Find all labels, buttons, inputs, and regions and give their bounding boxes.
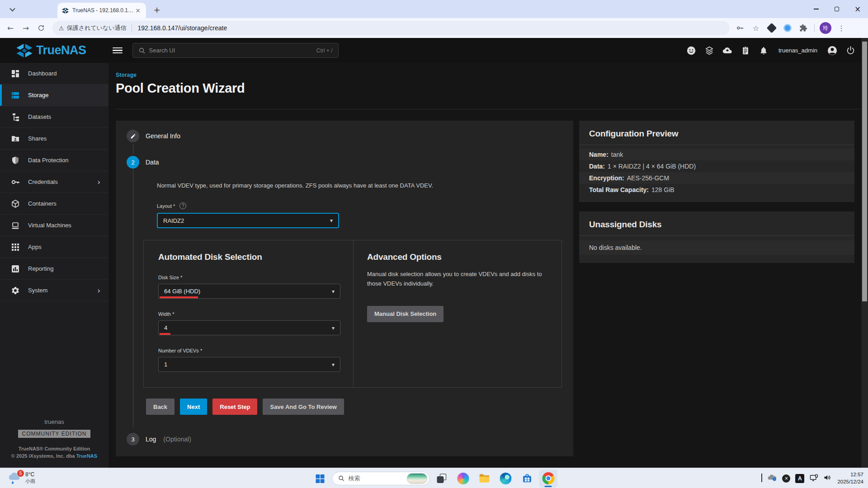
reload-icon (38, 24, 45, 32)
address-bar[interactable]: ⚠ 保護されていない通信 192.168.0.147/ui/storage/cr… (52, 21, 730, 35)
next-button[interactable]: Next (180, 399, 207, 415)
tab-search-button[interactable] (6, 3, 18, 15)
sidebar-item-apps[interactable]: Apps (0, 236, 108, 258)
width-select[interactable]: 4 ▾ (158, 320, 340, 335)
bookmark-star-button[interactable]: ☆ (750, 22, 762, 34)
edge-button[interactable] (497, 469, 515, 488)
store-icon (521, 473, 533, 484)
search-highlight-image[interactable] (407, 473, 428, 484)
account-button[interactable] (826, 45, 838, 56)
forward-button[interactable]: → (18, 20, 33, 36)
browser-profile-avatar[interactable]: 玲 (820, 22, 831, 34)
weather-widget[interactable]: 5 8°C 小雨 (5, 470, 38, 486)
password-key-button[interactable] (734, 22, 746, 34)
back-button[interactable]: ← (3, 20, 18, 36)
clock-time: 12:57 (837, 471, 863, 479)
feedback-smiley-button[interactable] (685, 45, 697, 56)
divider (132, 24, 132, 32)
sidebar-item-data-protection[interactable]: Data Protection (0, 150, 108, 171)
truecommand-button[interactable] (703, 45, 715, 56)
browser-tab[interactable]: TrueNAS - 192.168.0.147 × (57, 3, 146, 18)
truenas-connect-button[interactable] (722, 45, 733, 56)
network-button[interactable] (809, 474, 818, 483)
breadcrumb[interactable]: Storage (116, 72, 861, 78)
alerts-bell-button[interactable] (758, 45, 769, 56)
step-log[interactable]: 3 Log (Optional) (127, 433, 562, 446)
sidebar-item-reporting[interactable]: Reporting (0, 258, 108, 280)
chevron-down-icon: ▾ (332, 288, 335, 295)
search-input[interactable] (149, 47, 313, 54)
key-icon (736, 24, 744, 32)
sidebar-item-containers[interactable]: Containers (0, 193, 108, 215)
logged-in-user[interactable]: truenas_admin (778, 47, 817, 54)
manual-disk-selection-button[interactable]: Manual Disk Selection (367, 306, 443, 322)
onedrive-button[interactable]: i (767, 474, 777, 483)
chrome-button[interactable] (539, 469, 557, 488)
extensions-button[interactable] (797, 22, 809, 34)
bell-icon (759, 46, 768, 55)
extension-search-button[interactable] (782, 22, 793, 34)
sidebar-item-credentials[interactable]: Credentials › (0, 171, 108, 193)
sidenav-toggle-button[interactable] (113, 46, 124, 55)
product-line: TrueNAS® Community Edition (0, 446, 108, 451)
power-button[interactable] (844, 45, 856, 56)
sidebar-item-virtual-machines[interactable]: Virtual Machines (0, 215, 108, 236)
help-icon[interactable]: ? (179, 202, 186, 209)
browser-toolbar: ← → ⚠ 保護されていない通信 192.168.0.147/ui/storag… (0, 18, 868, 38)
content-row: General Info 2 Data Normal VDEV type, us… (116, 121, 861, 456)
sidebar-item-dashboard[interactable]: Dashboard (0, 63, 108, 84)
sidebar-item-system[interactable]: System › (0, 280, 108, 301)
task-view-button[interactable] (433, 469, 451, 488)
browser-menu-button[interactable]: ⋮ (835, 22, 847, 34)
truenas-logo[interactable]: TrueNAS (16, 43, 86, 57)
security-chip[interactable]: ⚠ 保護されていない通信 (59, 24, 126, 32)
sidebar-item-storage[interactable]: Storage (0, 84, 108, 106)
ime-indicator[interactable]: A (795, 474, 804, 483)
datasets-icon (11, 113, 20, 122)
reload-button[interactable] (33, 20, 49, 36)
tray-app-close-icon[interactable]: × (782, 474, 790, 483)
sidebar-item-shares[interactable]: Shares (0, 128, 108, 150)
tab-close-icon[interactable]: × (133, 7, 142, 14)
copyright-link[interactable]: TrueNAS (76, 453, 97, 459)
step-data[interactable]: 2 Data (127, 156, 562, 169)
sidebar: Dashboard Storage Datasets Shares Data P… (0, 63, 108, 468)
taskbar-search-box[interactable] (332, 472, 430, 485)
system-tray: i × A 12:57 2025/12/24 (761, 468, 863, 488)
jobs-button[interactable] (740, 45, 751, 56)
ui-search-box[interactable]: Ctrl + / (132, 43, 339, 58)
step-general-info[interactable]: General Info (127, 130, 562, 142)
tray-overflow-button[interactable] (761, 474, 762, 483)
vdevs-select[interactable]: 1 ▾ (158, 357, 340, 372)
disk-size-select[interactable]: 64 GiB (HDD) ▾ (158, 284, 340, 299)
volume-button[interactable] (823, 474, 832, 483)
sidebar-item-datasets[interactable]: Datasets (0, 106, 108, 128)
start-button[interactable] (311, 469, 329, 488)
disk-size-value: 64 GiB (HDD) (164, 288, 200, 295)
window-minimize-button[interactable] (806, 0, 826, 18)
taskbar-clock[interactable]: 12:57 2025/12/24 (837, 471, 863, 485)
edition-badge: COMMUNITY EDITION (18, 430, 91, 438)
window-maximize-button[interactable] (826, 0, 847, 18)
save-and-review-button[interactable]: Save And Go To Review (263, 399, 344, 415)
window-close-button[interactable]: × (847, 0, 868, 18)
row-value: tank (611, 151, 623, 158)
page-title: Pool Creation Wizard (116, 81, 861, 96)
scrollbar-thumb[interactable] (862, 42, 867, 301)
copilot-button[interactable] (454, 469, 472, 488)
sidebar-item-label: Containers (28, 200, 57, 207)
taskbar-search-input[interactable] (349, 475, 403, 482)
clipboard-icon (741, 46, 750, 55)
reset-step-button[interactable]: Reset Step (212, 399, 257, 415)
pool-wizard-card: General Info 2 Data Normal VDEV type, us… (116, 121, 573, 456)
vdevs-label: Number of VDEVs * (158, 348, 340, 353)
vdev-description: Normal VDEV type, used for primary stora… (157, 182, 562, 189)
layout-select[interactable]: RAIDZ2 ▾ (157, 213, 339, 228)
browser-tab-strip: TrueNAS - 192.168.0.147 × + × (0, 0, 868, 18)
microsoft-store-button[interactable] (518, 469, 536, 488)
back-button[interactable]: Back (146, 399, 175, 415)
extension-truenas-button[interactable] (766, 22, 778, 34)
new-tab-button[interactable]: + (151, 4, 163, 15)
page-scrollbar[interactable] (861, 38, 868, 468)
file-explorer-button[interactable] (476, 469, 494, 488)
